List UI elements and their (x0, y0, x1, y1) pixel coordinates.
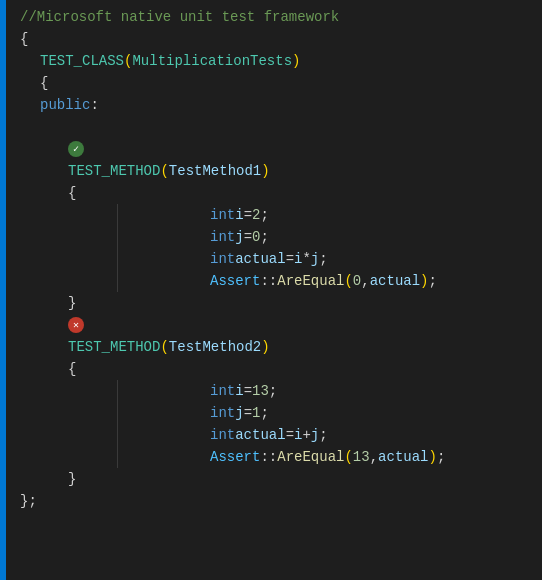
comma-2: , (370, 449, 378, 465)
brace-text: { (20, 31, 28, 47)
scope-2: :: (260, 449, 277, 465)
var-j-1: j (235, 229, 243, 245)
line-test-class: TEST_CLASS(MultiplicationTests) (12, 50, 542, 72)
int-kw-3: int (210, 251, 235, 267)
semi-4: ; (269, 383, 277, 399)
paren-open-3: ( (160, 339, 168, 355)
line-test-method-2: TEST_METHOD(TestMethod2) (12, 336, 542, 358)
int-kw-1: int (210, 207, 235, 223)
method-2-body: int i = 13; int j = 1; int actual = i + … (117, 380, 542, 468)
line-comment: //Microsoft native unit test framework (12, 6, 542, 28)
assert-class-2: Assert (210, 449, 260, 465)
var-i-2: i (235, 383, 243, 399)
num-0: 0 (252, 229, 260, 245)
paren-assert-2-close: ) (429, 449, 437, 465)
fail-icon (68, 317, 84, 333)
var-j-2: j (235, 405, 243, 421)
num-1: 1 (252, 405, 260, 421)
assign-3: = (286, 251, 294, 267)
actual-ref-1: actual (370, 273, 420, 289)
public-keyword: public (40, 97, 90, 113)
line-close-brace-3: } (12, 468, 542, 490)
code-editor: //Microsoft native unit test framework {… (0, 0, 542, 580)
brace-close-3: } (68, 471, 76, 487)
test-class-param: MultiplicationTests (132, 53, 292, 69)
line-assert-2: Assert::AreEqual(13, actual); (202, 446, 542, 468)
var-actual-1: actual (235, 251, 285, 267)
assert-class-1: Assert (210, 273, 260, 289)
paren-open: ( (124, 53, 132, 69)
test-method-1-param: TestMethod1 (169, 163, 261, 179)
assign-2: = (244, 229, 252, 245)
brace-3-text: { (68, 361, 76, 377)
paren-assert-2: ( (344, 449, 352, 465)
semi-3: ; (319, 251, 327, 267)
line-blank-1 (12, 116, 542, 138)
colon: : (90, 97, 98, 113)
assign-1: = (244, 207, 252, 223)
pass-icon (68, 141, 84, 157)
int-kw-4: int (210, 383, 235, 399)
assign-6: = (286, 427, 294, 443)
var-j-ref-2: j (311, 427, 319, 443)
test-method-2-param: TestMethod2 (169, 339, 261, 355)
line-open-brace-2: { (12, 182, 542, 204)
scope-1: :: (260, 273, 277, 289)
num-2: 2 (252, 207, 260, 223)
plus-op: + (302, 427, 310, 443)
semi-2: ; (260, 229, 268, 245)
line-test-method-1: TEST_METHOD(TestMethod1) (12, 160, 542, 182)
assert-num-13: 13 (353, 449, 370, 465)
test-method-2-keyword: TEST_METHOD (68, 339, 160, 355)
code-content: //Microsoft native unit test framework {… (6, 0, 542, 580)
line-int-j: int j = 0; (202, 226, 542, 248)
line-test-method-1-icon (12, 138, 542, 160)
semi-1: ; (260, 207, 268, 223)
semi-assert-2: ; (437, 449, 445, 465)
paren-close-2: ) (261, 163, 269, 179)
var-j-ref-1: j (311, 251, 319, 267)
semi-5: ; (260, 405, 268, 421)
paren-close-3: ) (261, 339, 269, 355)
paren-assert-1-close: ) (420, 273, 428, 289)
line-open-brace-0: { (12, 28, 542, 50)
assign-4: = (244, 383, 252, 399)
are-equal-1: AreEqual (277, 273, 344, 289)
assign-5: = (244, 405, 252, 421)
brace-close-1: }; (20, 493, 37, 509)
comment-text: //Microsoft native unit test framework (20, 9, 339, 25)
are-equal-2: AreEqual (277, 449, 344, 465)
line-close-brace-2: } (12, 292, 542, 314)
line-int-i: int i = 2; (202, 204, 542, 226)
line-close-brace-1: }; (12, 490, 542, 512)
method-1-body: int i = 2; int j = 0; int actual = i * j… (117, 204, 542, 292)
line-test-method-2-icon (12, 314, 542, 336)
comma-1: , (361, 273, 369, 289)
var-i-ref-1: i (294, 251, 302, 267)
test-class-keyword: TEST_CLASS (40, 53, 124, 69)
line-int-actual-1: int actual = i * j; (202, 248, 542, 270)
mult-op: * (302, 251, 310, 267)
actual-ref-2: actual (378, 449, 428, 465)
num-13: 13 (252, 383, 269, 399)
var-i-ref-2: i (294, 427, 302, 443)
int-kw-5: int (210, 405, 235, 421)
paren-close: ) (292, 53, 300, 69)
semi-6: ; (319, 427, 327, 443)
line-int-actual-2: int actual = i + j; (202, 424, 542, 446)
var-actual-2: actual (235, 427, 285, 443)
var-i-1: i (235, 207, 243, 223)
brace-close-2: } (68, 295, 76, 311)
line-open-brace-1: { (12, 72, 542, 94)
line-assert-1: Assert::AreEqual(0, actual); (202, 270, 542, 292)
line-int-j-2: int j = 1; (202, 402, 542, 424)
semi-assert-1: ; (429, 273, 437, 289)
line-open-brace-3: { (12, 358, 542, 380)
line-int-i-2: int i = 13; (202, 380, 542, 402)
brace-2-text: { (68, 185, 76, 201)
int-kw-6: int (210, 427, 235, 443)
int-kw-2: int (210, 229, 235, 245)
paren-open-2: ( (160, 163, 168, 179)
assert-num-0: 0 (353, 273, 361, 289)
brace-1-text: { (40, 75, 48, 91)
